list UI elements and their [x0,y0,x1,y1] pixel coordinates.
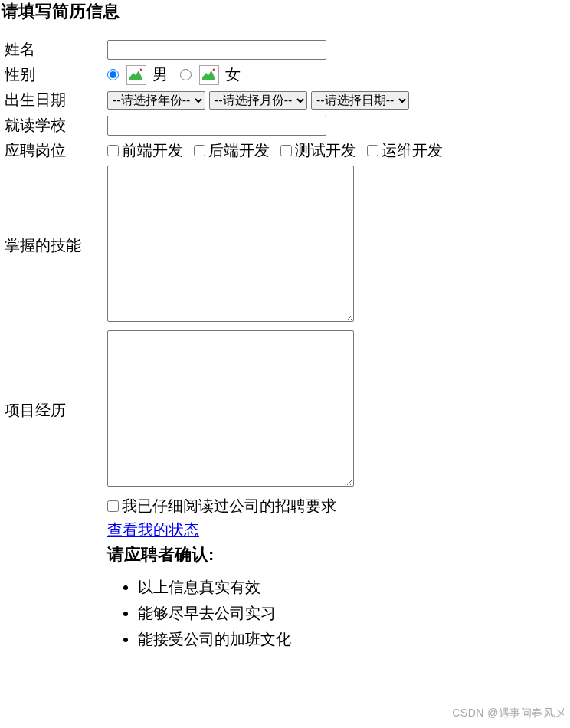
projects-textarea[interactable] [107,330,354,487]
svg-marker-2 [129,77,142,80]
skills-textarea[interactable] [107,166,354,322]
broken-image-icon [199,65,219,85]
position-option-label: 前端开发 [122,140,183,161]
gender-male-radio[interactable] [107,69,119,80]
form-title: 请填写简历信息 [2,0,570,23]
label-gender: 性别 [2,62,104,87]
gender-female-radio[interactable] [180,69,192,80]
name-input[interactable] [107,40,326,60]
agree-text: 我已仔细阅读过公司的招聘要求 [122,496,336,516]
list-item: 以上信息真实有效 [138,574,449,600]
birth-day-select[interactable]: --请选择日期-- [311,91,409,110]
position-checkbox-2[interactable] [280,145,292,156]
position-option-label: 运维开发 [382,140,443,161]
label-projects: 项目经历 [2,328,104,493]
gender-male-label: 男 [152,64,168,85]
position-options: 前端开发后端开发测试开发运维开发 [107,140,449,161]
confirm-title: 请应聘者确认: [107,543,449,566]
position-checkbox-0[interactable] [107,145,119,156]
list-item: 能够尽早去公司实习 [138,600,449,626]
position-checkbox-1[interactable] [194,145,205,156]
label-position: 应聘岗位 [2,138,104,163]
position-option-label: 后端开发 [208,140,270,161]
list-item: 能接受公司的加班文化 [138,626,449,652]
confirm-list: 以上信息真实有效能够尽早去公司实习能接受公司的加班文化 [107,574,449,652]
label-skills: 掌握的技能 [2,163,104,328]
status-link[interactable]: 查看我的状态 [107,521,199,538]
broken-image-icon [126,65,146,85]
svg-marker-5 [202,77,215,80]
birth-year-select[interactable]: --请选择年份-- [107,91,205,110]
position-checkbox-3[interactable] [367,145,378,156]
agree-checkbox[interactable] [107,500,119,512]
gender-female-label: 女 [225,64,241,85]
birth-month-select[interactable]: --请选择月份-- [209,91,307,110]
label-school: 就读学校 [2,113,104,138]
position-option-label: 测试开发 [295,140,356,161]
school-input[interactable] [107,116,326,136]
label-birthdate: 出生日期 [2,87,104,113]
label-name: 姓名 [2,37,104,62]
